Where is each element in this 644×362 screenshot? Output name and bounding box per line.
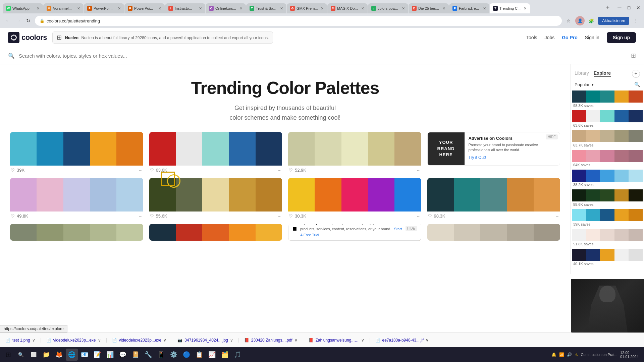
taskbar-powerpoint[interactable]: 📊 bbox=[104, 349, 116, 361]
forward-button[interactable]: → bbox=[13, 16, 23, 25]
extensions-button[interactable]: 🧩 bbox=[587, 16, 596, 25]
chevron-down-icon[interactable]: ∨ bbox=[294, 338, 298, 343]
more-icon[interactable]: ··· bbox=[417, 168, 421, 173]
taskbar-app-14[interactable]: 🔵 bbox=[180, 349, 193, 361]
sidebar-tab-explore[interactable]: Explore bbox=[594, 70, 611, 77]
sidebar-palette-6[interactable]: 55.6K saves bbox=[571, 189, 644, 208]
more-icon[interactable]: ··· bbox=[278, 214, 281, 219]
tab-close-icon[interactable]: ✕ bbox=[280, 6, 283, 11]
taskbar-app-13[interactable]: ⚙️ bbox=[168, 349, 180, 361]
taskbar-app-18[interactable]: 🎵 bbox=[231, 349, 244, 361]
sidebar-tab-library[interactable]: Library bbox=[575, 70, 589, 77]
browser-tab[interactable]: ccolors pow...✕ bbox=[368, 3, 408, 13]
heart-icon[interactable]: ♡ bbox=[150, 214, 154, 219]
palette-card[interactable]: ♡ 49.8K ··· bbox=[10, 178, 143, 221]
taskbar-onenote[interactable]: 📔 bbox=[129, 349, 142, 361]
browser-tab[interactable]: IInstructo...✕ bbox=[165, 3, 205, 13]
heart-icon[interactable]: ♡ bbox=[150, 168, 154, 173]
tab-close-icon[interactable]: ✕ bbox=[158, 6, 161, 11]
palette-card[interactable]: ♡ 52.9K ··· bbox=[288, 132, 421, 175]
minimize-button[interactable]: ─ bbox=[615, 3, 624, 12]
browser-tab[interactable]: WWhatsApp✕ bbox=[3, 3, 43, 13]
browser-tab[interactable]: DDie 25 bes...✕ bbox=[409, 3, 449, 13]
heart-icon[interactable]: ♡ bbox=[11, 168, 15, 173]
address-bar[interactable]: 🔒 coolors.co/palettes/trending bbox=[35, 16, 562, 26]
nav-tools[interactable]: Tools bbox=[526, 35, 537, 40]
chevron-down-icon[interactable]: ∨ bbox=[230, 338, 233, 343]
sidebar-palette-7[interactable]: 39K saves bbox=[571, 209, 644, 228]
sidebar-palette-1[interactable]: 98.3K saves bbox=[571, 90, 644, 110]
start-button[interactable]: ⊞ bbox=[2, 349, 14, 361]
aktualisieren-button[interactable]: Aktualisieren bbox=[598, 17, 629, 25]
taskbar-outlook[interactable]: 📧 bbox=[78, 349, 91, 361]
taskbar-firefox[interactable]: 🦊 bbox=[53, 349, 65, 361]
chevron-down-icon[interactable]: ∨ bbox=[163, 338, 166, 343]
browser-tab[interactable]: TTrust & Sa...✕ bbox=[246, 3, 286, 13]
sidebar-search-icon[interactable]: 🔍 bbox=[634, 82, 640, 87]
chevron-down-icon[interactable]: ∨ bbox=[98, 338, 101, 343]
tab-close-icon[interactable]: ✕ bbox=[37, 6, 40, 11]
download-item[interactable]: 📄 ee7a180a-b948-43....jif ∨ bbox=[375, 338, 429, 343]
taskbar-file-explorer[interactable]: 📁 bbox=[40, 349, 52, 361]
tab-close-icon[interactable]: ✕ bbox=[402, 6, 405, 11]
ad-hide-button[interactable]: HIDE bbox=[546, 134, 558, 139]
more-icon[interactable]: ··· bbox=[139, 168, 143, 173]
sidebar-filter[interactable]: Popular ▼ 🔍 bbox=[571, 82, 644, 87]
sidebar-palette-2[interactable]: 63.6K saves bbox=[571, 110, 644, 129]
taskbar-app-16[interactable]: 📈 bbox=[206, 349, 218, 361]
browser-tab[interactable]: TTrending C...✕ bbox=[490, 3, 530, 13]
sidebar-palette-5[interactable]: 38.2K saves bbox=[571, 170, 644, 189]
browser-tab[interactable]: MMAGIX Do...✕ bbox=[327, 3, 368, 13]
download-item[interactable]: 📄 videodeluxe2023p...exe ∨ bbox=[46, 338, 107, 343]
taskbar-search[interactable]: 🔍 bbox=[15, 349, 27, 361]
browser-tab[interactable]: PPowerPoi...✕ bbox=[124, 3, 165, 13]
browser-tab[interactable]: GGMX Prem...✕ bbox=[287, 3, 327, 13]
taskbar-app-12[interactable]: 📱 bbox=[155, 349, 167, 361]
chevron-down-icon[interactable]: ∨ bbox=[426, 338, 429, 343]
palette-card[interactable] bbox=[10, 224, 143, 241]
grid-view-icon[interactable]: ⊞ bbox=[631, 52, 636, 59]
sidebar-palette-3[interactable]: 63.7K saves bbox=[571, 130, 644, 149]
download-item[interactable]: 📕 230420 Zahlungs....pdf ∨ bbox=[244, 338, 303, 343]
bookmark-button[interactable]: ☆ bbox=[564, 16, 573, 25]
taskbar-teams[interactable]: 💬 bbox=[117, 349, 129, 361]
search-input[interactable] bbox=[19, 53, 627, 59]
sidebar-palette-9[interactable]: 40.1K saves bbox=[571, 249, 644, 268]
nucleo-banner[interactable]: ⊞ Nucleo Nucleo is a beautiful library o… bbox=[52, 32, 273, 44]
new-tab-button[interactable]: + bbox=[603, 3, 612, 12]
nav-go-pro[interactable]: Go Pro bbox=[562, 35, 578, 40]
palette-card[interactable] bbox=[149, 224, 282, 241]
coolors-logo[interactable]: coolors bbox=[8, 32, 47, 43]
more-icon[interactable]: ··· bbox=[417, 214, 421, 219]
browser-tab[interactable]: FFarbrad, e...✕ bbox=[449, 3, 489, 13]
menu-button[interactable]: ⋮ bbox=[631, 16, 641, 25]
more-icon[interactable]: ··· bbox=[139, 214, 143, 219]
taskbar-app-17[interactable]: 🗂️ bbox=[219, 349, 231, 361]
tab-close-icon[interactable]: ✕ bbox=[442, 6, 445, 11]
palette-card[interactable]: ♡ 30.3K ··· bbox=[288, 178, 421, 221]
taskbar-app-15[interactable]: 📋 bbox=[193, 349, 205, 361]
tab-close-icon[interactable]: ✕ bbox=[118, 6, 121, 11]
browser-tab[interactable]: VVoranmel...✕ bbox=[43, 3, 84, 13]
ad-link[interactable]: Try it Out! bbox=[469, 155, 486, 160]
tab-close-icon[interactable]: ✕ bbox=[483, 6, 486, 11]
nav-jobs[interactable]: Jobs bbox=[545, 35, 555, 40]
sidebar-add-button[interactable]: + bbox=[632, 70, 640, 78]
palette-card[interactable]: ♡ 98.3K ··· bbox=[427, 178, 560, 221]
maximize-button[interactable]: □ bbox=[625, 3, 633, 12]
sidebar-palette-4[interactable]: 64K saves bbox=[571, 150, 644, 169]
tab-close-icon[interactable]: ✕ bbox=[239, 6, 243, 11]
back-button[interactable]: ← bbox=[3, 16, 13, 25]
browser-tab[interactable]: OOnlinekurs...✕ bbox=[206, 3, 246, 13]
taskbar-app-11[interactable]: 🔧 bbox=[142, 349, 154, 361]
profile-button[interactable]: 👤 bbox=[575, 16, 585, 25]
taskbar-task-view[interactable]: ⬜ bbox=[28, 349, 40, 361]
chevron-down-icon[interactable]: ∨ bbox=[361, 338, 364, 343]
tab-close-icon[interactable]: ✕ bbox=[199, 6, 202, 11]
heart-icon[interactable]: ♡ bbox=[289, 214, 293, 219]
close-button[interactable]: ✕ bbox=[634, 3, 643, 12]
download-item[interactable]: 📄 test 1.png ∨ bbox=[5, 338, 41, 343]
taskbar-word[interactable]: 📝 bbox=[91, 349, 103, 361]
tab-close-icon[interactable]: ✕ bbox=[77, 6, 80, 11]
heart-icon[interactable]: ♡ bbox=[11, 214, 15, 219]
